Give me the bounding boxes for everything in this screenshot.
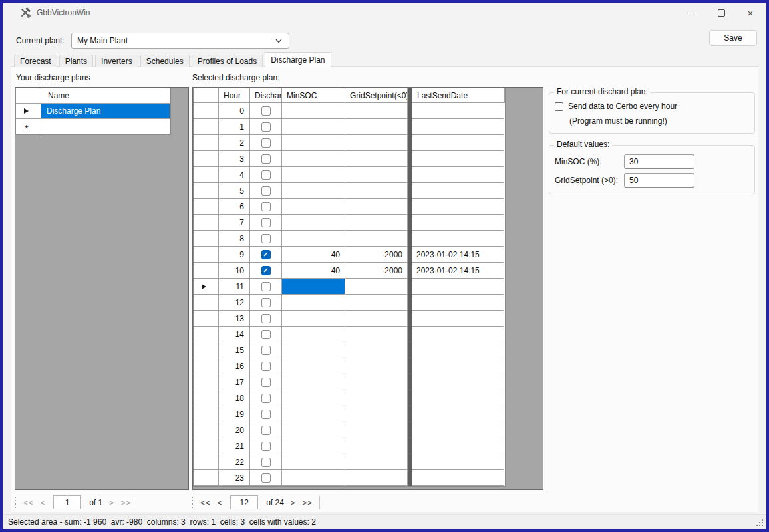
column-header-MinSOC[interactable]: MinSOC bbox=[282, 88, 345, 103]
gridsetpoint-cell[interactable] bbox=[345, 311, 408, 327]
lastsenddate-cell[interactable] bbox=[412, 279, 504, 295]
discharge-checkbox[interactable] bbox=[261, 362, 271, 371]
lastsenddate-cell[interactable] bbox=[412, 438, 504, 454]
row-header-cell[interactable] bbox=[194, 374, 219, 390]
discharge-checkbox[interactable] bbox=[261, 346, 271, 355]
discharge-cell[interactable] bbox=[250, 422, 282, 438]
hour-row[interactable]: 20 bbox=[194, 422, 505, 438]
discharge-checkbox[interactable] bbox=[261, 202, 271, 211]
hour-row[interactable]: 6 bbox=[194, 199, 505, 215]
discharge-cell[interactable]: ✓ bbox=[250, 247, 282, 263]
discharge-cell[interactable] bbox=[250, 135, 282, 151]
hour-cell[interactable]: 11 bbox=[219, 279, 250, 295]
hour-cell[interactable]: 23 bbox=[219, 470, 250, 486]
hour-cell[interactable]: 7 bbox=[219, 215, 250, 231]
hour-row[interactable]: 14 bbox=[194, 327, 505, 342]
row-header-cell[interactable] bbox=[194, 231, 219, 247]
row-header-cell[interactable] bbox=[194, 199, 219, 215]
discharge-cell[interactable] bbox=[250, 167, 282, 183]
row-header-cell[interactable] bbox=[194, 215, 219, 231]
minsoc-cell[interactable] bbox=[282, 135, 345, 151]
row-header-cell[interactable] bbox=[194, 119, 219, 135]
minsoc-cell[interactable] bbox=[282, 342, 345, 358]
plans-last-page-button[interactable]: >> bbox=[121, 499, 131, 507]
hour-row[interactable]: 16 bbox=[194, 358, 505, 374]
toolbar-grip[interactable] bbox=[192, 497, 193, 508]
gridsetpoint-cell[interactable] bbox=[345, 183, 408, 199]
discharge-checkbox[interactable] bbox=[261, 394, 271, 403]
tab-inverters[interactable]: Inverters bbox=[95, 55, 138, 67]
gridsetpoint-cell[interactable] bbox=[345, 358, 408, 374]
hour-row[interactable]: 1 bbox=[194, 119, 505, 135]
discharge-checkbox[interactable]: ✓ bbox=[261, 266, 271, 275]
lastsenddate-cell[interactable] bbox=[412, 295, 504, 311]
discharge-cell[interactable] bbox=[250, 438, 282, 454]
row-header-cell[interactable] bbox=[194, 247, 219, 263]
hour-cell[interactable]: 3 bbox=[219, 151, 250, 167]
plans-prev-page-button[interactable]: < bbox=[40, 499, 45, 507]
hour-cell[interactable]: 12 bbox=[219, 295, 250, 311]
gridsetpoint-cell[interactable] bbox=[345, 374, 408, 390]
hour-row[interactable]: 7 bbox=[194, 215, 505, 231]
save-button[interactable]: Save bbox=[709, 30, 757, 46]
hour-cell[interactable]: 22 bbox=[219, 454, 250, 470]
hour-cell[interactable]: 4 bbox=[219, 167, 250, 183]
minsoc-cell[interactable] bbox=[282, 279, 345, 295]
row-header-cell[interactable] bbox=[194, 167, 219, 183]
gridsetpoint-cell[interactable] bbox=[345, 470, 408, 486]
discharge-cell[interactable] bbox=[250, 358, 282, 374]
discharge-checkbox[interactable] bbox=[261, 458, 271, 467]
resize-grip[interactable] bbox=[762, 519, 763, 521]
gridsetpoint-cell[interactable] bbox=[345, 103, 408, 119]
lastsenddate-cell[interactable] bbox=[412, 311, 504, 327]
row-header-cell[interactable] bbox=[194, 183, 219, 199]
discharge-checkbox[interactable] bbox=[261, 442, 271, 451]
hour-cell[interactable]: 19 bbox=[219, 406, 250, 422]
lastsenddate-cell[interactable] bbox=[412, 454, 504, 470]
row-header-cell[interactable] bbox=[194, 263, 219, 279]
discharge-cell[interactable]: ✓ bbox=[250, 263, 282, 279]
gridsetpoint-cell[interactable] bbox=[345, 167, 408, 183]
discharge-cell[interactable] bbox=[250, 311, 282, 327]
column-header-rowheader[interactable] bbox=[194, 88, 219, 103]
discharge-cell[interactable] bbox=[250, 151, 282, 167]
minsoc-cell[interactable] bbox=[282, 327, 345, 342]
lastsenddate-cell[interactable] bbox=[412, 470, 504, 486]
column-header-Hour[interactable]: Hour bbox=[219, 88, 250, 103]
minsoc-cell[interactable]: 40 bbox=[282, 263, 345, 279]
discharge-checkbox[interactable] bbox=[261, 234, 271, 243]
discharge-cell[interactable] bbox=[250, 327, 282, 342]
hour-cell[interactable]: 1 bbox=[219, 119, 250, 135]
discharge-checkbox[interactable] bbox=[261, 170, 271, 180]
row-header-cell[interactable]: * bbox=[16, 119, 41, 134]
tab-discharge-plan[interactable]: Discharge Plan bbox=[265, 52, 331, 68]
hour-cell[interactable]: 15 bbox=[219, 342, 250, 358]
hour-cell[interactable]: 10 bbox=[219, 263, 250, 279]
row-header-cell[interactable] bbox=[194, 103, 219, 119]
discharge-cell[interactable] bbox=[250, 374, 282, 390]
column-header-name[interactable]: Name bbox=[41, 88, 170, 104]
lastsenddate-cell[interactable]: 2023-01-02 14:15 bbox=[412, 247, 504, 263]
minsoc-cell[interactable] bbox=[282, 390, 345, 406]
gridsetpoint-cell[interactable] bbox=[345, 231, 408, 247]
discharge-checkbox[interactable] bbox=[261, 218, 271, 227]
discharge-cell[interactable] bbox=[250, 199, 282, 215]
lastsenddate-cell[interactable] bbox=[412, 119, 504, 135]
row-header-cell[interactable] bbox=[194, 151, 219, 167]
row-header-cell[interactable] bbox=[194, 311, 219, 327]
hour-cell[interactable]: 2 bbox=[219, 135, 250, 151]
gridsetpoint-cell[interactable] bbox=[345, 119, 408, 135]
plan-next-page-button[interactable]: > bbox=[291, 499, 296, 507]
row-header-cell[interactable] bbox=[16, 104, 41, 119]
minsoc-cell[interactable] bbox=[282, 167, 345, 183]
plan-name-cell[interactable] bbox=[41, 119, 170, 134]
row-header-cell[interactable] bbox=[194, 327, 219, 342]
lastsenddate-cell[interactable] bbox=[412, 422, 504, 438]
row-header-cell[interactable] bbox=[194, 135, 219, 151]
hour-cell[interactable]: 9 bbox=[219, 247, 250, 263]
lastsenddate-cell[interactable] bbox=[412, 390, 504, 406]
discharge-checkbox[interactable]: ✓ bbox=[261, 250, 271, 259]
row-header-cell[interactable] bbox=[194, 358, 219, 374]
discharge-checkbox[interactable] bbox=[261, 186, 271, 196]
discharge-cell[interactable] bbox=[250, 119, 282, 135]
